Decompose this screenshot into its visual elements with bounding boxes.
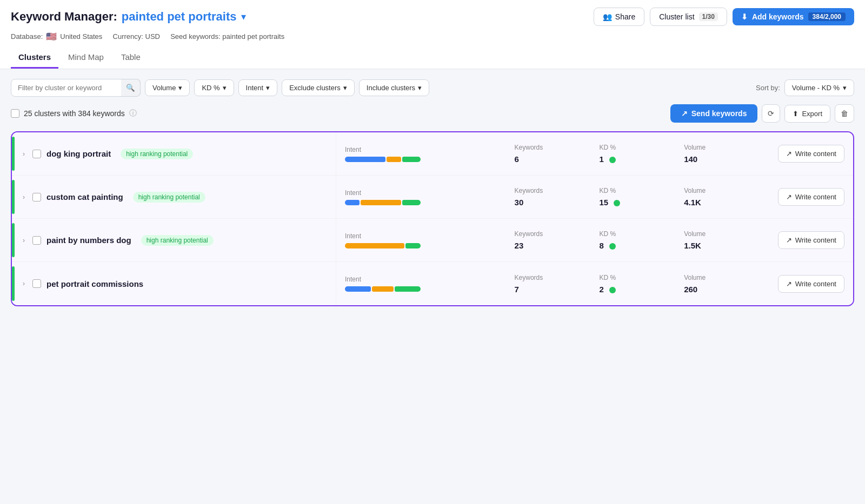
add-keywords-label: Add keywords — [752, 12, 804, 21]
search-button[interactable]: 🔍 — [121, 79, 141, 97]
table-row: › pet portrait commissions Intent Keywor… — [12, 262, 853, 305]
cluster-name: pet portrait commissions — [46, 279, 143, 288]
page-title-area: Keyword Manager: painted pet portraits ▾ — [11, 10, 246, 24]
kd-dot — [609, 157, 616, 163]
meta-row: Database: 🇺🇸 United States Currency: USD… — [11, 31, 854, 42]
volume-value: 4.1K — [684, 198, 769, 207]
write-content-button[interactable]: ↗ Write content — [778, 231, 844, 249]
row-checkbox[interactable] — [32, 150, 41, 158]
meta-seed: Seed keywords: painted pet portraits — [170, 32, 284, 41]
row-checkbox[interactable] — [32, 193, 41, 201]
meta-database: Database: — [11, 32, 43, 41]
write-content-button[interactable]: ↗ Write content — [778, 275, 844, 293]
filter-row: 🔍 Volume ▾ KD % ▾ Intent ▾ Exclude clust… — [11, 79, 854, 97]
intent-header: Intent — [345, 146, 515, 153]
write-icon: ↗ — [786, 280, 792, 288]
keywords-header: Keywords — [515, 187, 600, 194]
tab-table[interactable]: Table — [114, 48, 148, 69]
kd-header: KD % — [599, 274, 684, 281]
export-icon: ⬆ — [793, 110, 799, 118]
kd-filter-button[interactable]: KD % ▾ — [194, 79, 234, 96]
cluster-name: dog king portrait — [46, 149, 111, 158]
intent-bar — [345, 200, 421, 205]
refresh-button[interactable]: ⟳ — [762, 104, 780, 123]
volume-header: Volume — [684, 187, 769, 194]
keywords-header: Keywords — [515, 230, 600, 238]
expand-button[interactable]: › — [21, 148, 27, 160]
tab-mind-map[interactable]: Mind Map — [61, 48, 111, 69]
write-icon: ↗ — [786, 150, 792, 158]
cluster-left-3: › pet portrait commissions — [12, 262, 336, 305]
volume-col: Volume 260 — [684, 274, 769, 294]
row-checkbox[interactable] — [32, 236, 41, 245]
kd-header: KD % — [599, 144, 684, 151]
table-row: › paint by numbers dog high ranking pote… — [12, 219, 853, 262]
actions-row: 25 clusters with 384 keywords ⓘ ↗ Send k… — [11, 104, 854, 123]
share-button[interactable]: 👥 Share — [594, 8, 644, 26]
cluster-left-1: › custom cat painting high ranking poten… — [12, 176, 336, 218]
left-accent — [12, 180, 15, 214]
volume-col: Volume 140 — [684, 144, 769, 164]
volume-filter-button[interactable]: Volume ▾ — [145, 79, 190, 96]
cluster-list-button[interactable]: Cluster list 1/30 — [650, 8, 727, 26]
kd-value: 2 — [599, 285, 684, 294]
expand-button[interactable]: › — [21, 278, 27, 290]
chevron-down-icon4: ▾ — [343, 84, 347, 92]
keywords-value: 30 — [515, 198, 600, 207]
left-accent — [12, 266, 15, 301]
delete-button[interactable]: 🗑 — [835, 104, 854, 123]
expand-button[interactable]: › — [21, 234, 27, 246]
write-content-button[interactable]: ↗ Write content — [778, 188, 844, 206]
keywords-value: 23 — [515, 241, 600, 250]
intent-bar — [345, 286, 421, 292]
cluster-name: custom cat painting — [46, 192, 123, 201]
expand-button[interactable]: › — [21, 191, 27, 203]
chevron-down-icon3: ▾ — [266, 84, 270, 92]
volume-value: 140 — [684, 154, 769, 164]
cluster-right-1: Intent Keywords 30 KD % 15 Volume 4.1K — [336, 176, 853, 218]
kd-col: KD % 2 — [599, 274, 684, 294]
select-all-checkbox[interactable] — [11, 109, 19, 118]
sort-value: Volume - KD % — [792, 84, 840, 92]
send-keywords-button[interactable]: ↗ Send keywords — [670, 104, 758, 123]
volume-value: 260 — [684, 285, 769, 294]
high-ranking-badge: high ranking potential — [121, 149, 193, 159]
info-icon[interactable]: ⓘ — [129, 109, 137, 118]
action-col: ↗ Write content — [769, 275, 844, 293]
exclude-clusters-button[interactable]: Exclude clusters ▾ — [282, 79, 355, 96]
export-button[interactable]: ⬆ Export — [784, 105, 830, 123]
intent-header: Intent — [345, 232, 515, 240]
action-col: ↗ Write content — [769, 188, 844, 206]
tab-clusters[interactable]: Clusters — [11, 48, 58, 69]
sort-chevron-icon: ▾ — [843, 84, 847, 92]
row-checkbox[interactable] — [32, 279, 41, 288]
include-clusters-button[interactable]: Include clusters ▾ — [359, 79, 429, 96]
intent-col: Intent — [345, 146, 515, 162]
keywords-col: Keywords 23 — [515, 230, 600, 250]
keywords-value: 6 — [515, 154, 600, 164]
kd-col: KD % 15 — [599, 187, 684, 207]
clusters-summary: 25 clusters with 384 keywords — [24, 109, 125, 118]
intent-filter-button[interactable]: Intent ▾ — [238, 79, 278, 96]
write-content-label: Write content — [795, 150, 836, 158]
sort-select-button[interactable]: Volume - KD % ▾ — [784, 79, 854, 96]
high-ranking-badge: high ranking potential — [133, 192, 205, 203]
write-content-button[interactable]: ↗ Write content — [778, 145, 844, 163]
intent-col: Intent — [345, 232, 515, 248]
cluster-count-badge: 1/30 — [699, 12, 718, 21]
kd-dot — [609, 243, 616, 250]
table-row: › custom cat painting high ranking poten… — [12, 176, 853, 219]
chevron-down-icon2: ▾ — [223, 84, 227, 92]
add-keywords-button[interactable]: ⬇ Add keywords 384/2,000 — [733, 8, 854, 25]
export-label: Export — [802, 110, 822, 118]
keywords-col: Keywords 7 — [515, 274, 600, 294]
write-icon: ↗ — [786, 193, 792, 201]
title-chevron-icon[interactable]: ▾ — [241, 11, 246, 23]
left-accent — [12, 137, 15, 171]
kd-col: KD % 8 — [599, 230, 684, 250]
kd-dot — [614, 200, 620, 206]
intent-col: Intent — [345, 275, 515, 292]
cluster-left-2: › paint by numbers dog high ranking pote… — [12, 219, 336, 261]
page-title-accent: painted pet portraits — [122, 10, 237, 24]
volume-header: Volume — [684, 144, 769, 151]
